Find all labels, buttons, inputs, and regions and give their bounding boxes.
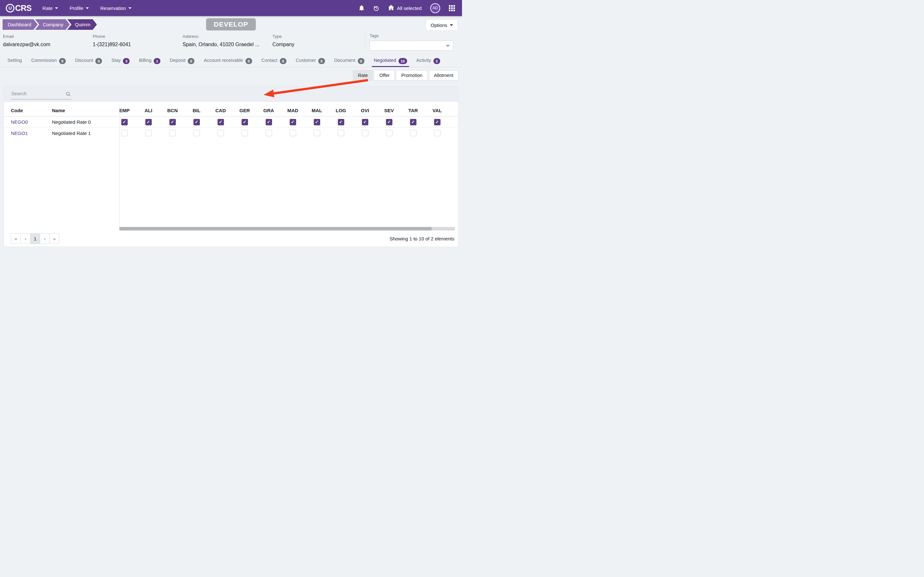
cell-emp <box>112 130 136 136</box>
pagination-first-button[interactable]: « <box>11 234 21 244</box>
cell-sev <box>377 130 401 136</box>
brand-logo[interactable]: U CRS <box>6 3 31 13</box>
unchecked-checkbox[interactable] <box>266 130 272 136</box>
chevron-down-icon <box>128 7 132 9</box>
unchecked-checkbox[interactable] <box>386 130 393 136</box>
unchecked-checkbox[interactable] <box>314 130 320 136</box>
tags-select[interactable] <box>370 41 453 51</box>
tab-activity[interactable]: Activity3 <box>417 56 440 67</box>
menu-reservation[interactable]: Reservation <box>100 5 132 11</box>
tab-negotiated[interactable]: Negotiated15 <box>374 56 407 67</box>
field-value: 1-(321)892-6041 <box>93 42 131 47</box>
unchecked-checkbox[interactable] <box>338 130 344 136</box>
negotiated-subtabs: RateOfferPromotionAllotment <box>353 70 459 81</box>
tab-contact[interactable]: Contact0 <box>262 56 286 67</box>
rate-code-link[interactable]: NEGO0 <box>11 119 28 125</box>
pagination-next-button[interactable]: › <box>40 234 50 244</box>
cell-cad: ✓ <box>208 119 233 125</box>
cell-ovi <box>353 130 377 136</box>
tab-count-badge: 0 <box>318 58 325 64</box>
user-avatar[interactable]: AD <box>430 3 440 13</box>
unchecked-checkbox[interactable] <box>410 130 417 136</box>
unchecked-checkbox[interactable] <box>218 130 224 136</box>
top-navbar: U CRS RateProfileReservation All selecte… <box>0 0 462 16</box>
search-input[interactable] <box>11 89 71 99</box>
rate-code-link[interactable]: NEGO1 <box>11 131 28 136</box>
cell-name: Negotiated Rate 0 <box>52 119 112 125</box>
unchecked-checkbox[interactable] <box>121 130 128 136</box>
options-label: Options <box>431 23 447 28</box>
unchecked-checkbox[interactable] <box>434 130 441 136</box>
subtab-offer[interactable]: Offer <box>374 70 395 81</box>
checked-checkbox[interactable]: ✓ <box>410 119 417 125</box>
chevron-down-icon <box>55 7 58 9</box>
menu-rate[interactable]: Rate <box>42 5 58 11</box>
tab-count-badge: 3 <box>433 58 440 64</box>
bell-icon[interactable] <box>359 5 365 11</box>
table-body: NEGO0Negotiated Rate 0✓✓✓✓✓✓✓✓✓✓✓✓✓✓NEGO… <box>4 117 458 139</box>
unchecked-checkbox[interactable] <box>290 130 296 136</box>
unchecked-checkbox[interactable] <box>145 130 152 136</box>
unchecked-checkbox[interactable] <box>362 130 368 136</box>
info-field-address: AddressSpain, Orlando, 41020 Graedel ... <box>183 34 259 47</box>
checked-checkbox[interactable]: ✓ <box>266 119 272 125</box>
page-content: DashboardCompanyQuimm DEVELOP Options Em… <box>0 16 462 288</box>
history-icon[interactable] <box>373 5 380 11</box>
cell-ali: ✓ <box>136 119 160 125</box>
checked-checkbox[interactable]: ✓ <box>314 119 320 125</box>
unchecked-checkbox[interactable] <box>170 130 176 136</box>
pagination-page-1-button[interactable]: 1 <box>30 234 40 244</box>
pagination-last-button[interactable]: » <box>49 234 59 244</box>
results-summary: Showing 1 to 10 of 2 elements <box>389 236 454 242</box>
tab-billing[interactable]: Billing1 <box>139 56 160 67</box>
checked-checkbox[interactable]: ✓ <box>338 119 344 125</box>
field-label: Email <box>3 34 50 39</box>
checked-checkbox[interactable]: ✓ <box>290 119 296 125</box>
checked-checkbox[interactable]: ✓ <box>194 119 200 125</box>
checked-checkbox[interactable]: ✓ <box>145 119 152 125</box>
breadcrumb-item-quimm[interactable]: Quimm <box>67 19 97 30</box>
column-header-ger: GER <box>233 108 257 113</box>
checked-checkbox[interactable]: ✓ <box>218 119 224 125</box>
breadcrumb-item-dashboard[interactable]: Dashboard <box>3 19 37 30</box>
checked-checkbox[interactable]: ✓ <box>242 119 248 125</box>
unchecked-checkbox[interactable] <box>242 130 248 136</box>
tab-stay[interactable]: Stay3 <box>111 56 129 67</box>
subtab-rate[interactable]: Rate <box>353 70 373 81</box>
tab-customer[interactable]: Customer0 <box>296 56 325 67</box>
horizontal-scrollbar[interactable] <box>120 227 455 230</box>
menu-profile[interactable]: Profile <box>69 5 89 11</box>
cell-tar: ✓ <box>401 119 425 125</box>
checked-checkbox[interactable]: ✓ <box>362 119 368 125</box>
cell-ger: ✓ <box>233 119 257 125</box>
menu-label: Profile <box>69 5 83 11</box>
apps-grid-icon[interactable] <box>449 5 455 11</box>
cell-val: ✓ <box>425 119 449 125</box>
tab-document[interactable]: Document0 <box>334 56 365 67</box>
tab-account-receivable[interactable]: Account receivable0 <box>204 56 252 67</box>
options-button[interactable]: Options <box>426 19 458 31</box>
pagination-prev-button[interactable]: ‹ <box>21 234 31 244</box>
scrollbar-thumb[interactable] <box>120 227 431 230</box>
tab-commission[interactable]: Commission0 <box>31 56 66 67</box>
tab-count-badge: 0 <box>59 58 66 64</box>
field-label: Type <box>272 34 294 39</box>
search-field <box>11 89 71 99</box>
checked-checkbox[interactable]: ✓ <box>434 119 441 125</box>
checked-checkbox[interactable]: ✓ <box>170 119 176 125</box>
search-bar <box>4 87 458 102</box>
checked-checkbox[interactable]: ✓ <box>386 119 393 125</box>
chevron-down-icon <box>450 24 453 26</box>
subtab-promotion[interactable]: Promotion <box>396 70 427 81</box>
property-scope-selector[interactable]: All selected <box>388 5 422 11</box>
breadcrumb-item-company[interactable]: Company <box>35 19 69 30</box>
cell-mad: ✓ <box>281 119 305 125</box>
tab-discount[interactable]: Discount0 <box>75 56 102 67</box>
tab-deposit[interactable]: Deposit0 <box>170 56 194 67</box>
tab-setting[interactable]: Setting <box>7 56 22 67</box>
subtab-allotment[interactable]: Allotment <box>429 70 459 81</box>
tab-label: Setting <box>7 58 22 63</box>
checked-checkbox[interactable]: ✓ <box>121 119 128 125</box>
cell-sev: ✓ <box>377 119 401 125</box>
unchecked-checkbox[interactable] <box>194 130 200 136</box>
